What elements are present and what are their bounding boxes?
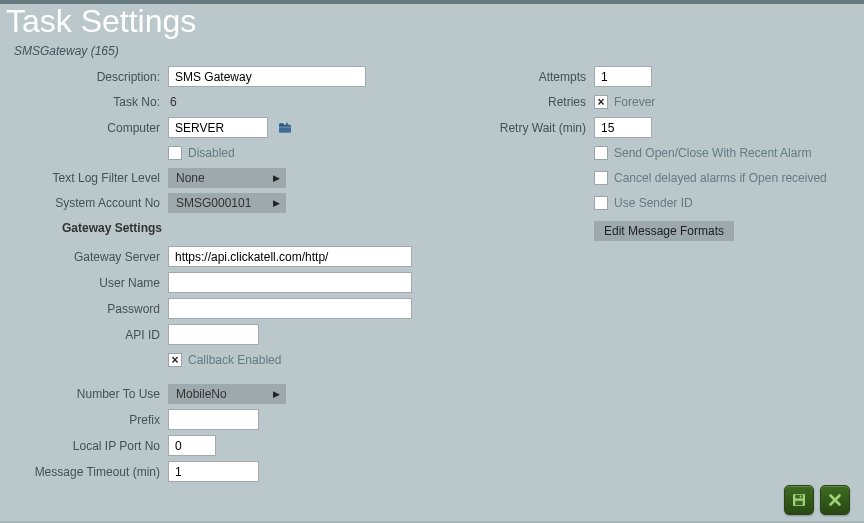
sendopen-label: Send Open/Close With Recent Alarm <box>614 146 811 160</box>
left-column: Description: Task No: 6 Computer Disabl <box>14 66 448 487</box>
msgtimeout-label: Message Timeout (min) <box>14 465 168 479</box>
localip-input[interactable] <box>168 435 216 456</box>
retries-checkbox[interactable]: Forever <box>594 95 655 109</box>
disabled-checkbox[interactable]: Disabled <box>168 146 235 160</box>
apiid-label: API ID <box>14 328 168 342</box>
numbertouse-dropdown[interactable]: MobileNo ▶ <box>168 384 286 404</box>
sysacct-label: System Account No <box>14 196 168 210</box>
svg-rect-3 <box>800 496 802 498</box>
form-area: Description: Task No: 6 Computer Disabl <box>0 66 864 487</box>
textlog-value: None <box>176 171 205 185</box>
edit-message-formats-button[interactable]: Edit Message Formats <box>594 221 734 241</box>
retrywait-label: Retry Wait (min) <box>448 121 594 135</box>
taskno-label: Task No: <box>14 95 168 109</box>
numbertouse-label: Number To Use <box>14 387 168 401</box>
prefix-label: Prefix <box>14 413 168 427</box>
sysacct-value: SMSG000101 <box>176 196 251 210</box>
password-input[interactable] <box>168 298 412 319</box>
checkbox-icon <box>594 171 608 185</box>
numbertouse-value: MobileNo <box>176 387 227 401</box>
taskno-value: 6 <box>168 95 177 109</box>
computer-label: Computer <box>14 121 168 135</box>
username-label: User Name <box>14 276 168 290</box>
retrywait-input[interactable] <box>594 117 652 138</box>
checkbox-icon <box>594 196 608 210</box>
gateway-server-input[interactable] <box>168 246 412 267</box>
localip-label: Local IP Port No <box>14 439 168 453</box>
callback-label: Callback Enabled <box>188 353 281 367</box>
canceldelayed-checkbox[interactable]: Cancel delayed alarms if Open received <box>594 171 827 185</box>
description-label: Description: <box>14 70 168 84</box>
save-button[interactable] <box>784 485 814 515</box>
page-title: Task Settings <box>0 4 864 44</box>
attempts-label: Attempts <box>448 70 594 84</box>
description-input[interactable] <box>168 66 366 87</box>
chevron-right-icon: ▶ <box>273 389 280 399</box>
right-column: Attempts Retries Forever Retry Wait (min… <box>448 66 848 487</box>
chevron-right-icon: ▶ <box>273 173 280 183</box>
textlog-label: Text Log Filter Level <box>14 171 168 185</box>
username-input[interactable] <box>168 272 412 293</box>
chevron-right-icon: ▶ <box>273 198 280 208</box>
sysacct-dropdown[interactable]: SMSG000101 ▶ <box>168 193 286 213</box>
retries-label: Retries <box>448 95 594 109</box>
checkbox-icon <box>168 146 182 160</box>
msgtimeout-input[interactable] <box>168 461 259 482</box>
attempts-input[interactable] <box>594 66 652 87</box>
checkbox-icon <box>594 95 608 109</box>
usesender-checkbox[interactable]: Use Sender ID <box>594 196 693 210</box>
gateway-settings-heading: Gateway Settings <box>62 221 162 235</box>
textlog-dropdown[interactable]: None ▶ <box>168 168 286 188</box>
computer-input[interactable] <box>168 117 268 138</box>
canceldelayed-label: Cancel delayed alarms if Open received <box>614 171 827 185</box>
disabled-label: Disabled <box>188 146 235 160</box>
save-icon <box>790 491 808 509</box>
svg-rect-1 <box>795 495 803 499</box>
footer-actions <box>784 485 850 515</box>
callback-checkbox[interactable]: Callback Enabled <box>168 353 281 367</box>
prefix-input[interactable] <box>168 409 259 430</box>
usesender-label: Use Sender ID <box>614 196 693 210</box>
svg-rect-2 <box>795 501 803 506</box>
checkbox-icon <box>168 353 182 367</box>
open-computer-icon[interactable] <box>274 118 296 138</box>
cancel-button[interactable] <box>820 485 850 515</box>
password-label: Password <box>14 302 168 316</box>
apiid-input[interactable] <box>168 324 259 345</box>
sendopen-checkbox[interactable]: Send Open/Close With Recent Alarm <box>594 146 811 160</box>
breadcrumb: SMSGateway (165) <box>0 44 864 66</box>
checkbox-icon <box>594 146 608 160</box>
retries-text: Forever <box>614 95 655 109</box>
gserver-label: Gateway Server <box>14 250 168 264</box>
close-icon <box>826 491 844 509</box>
